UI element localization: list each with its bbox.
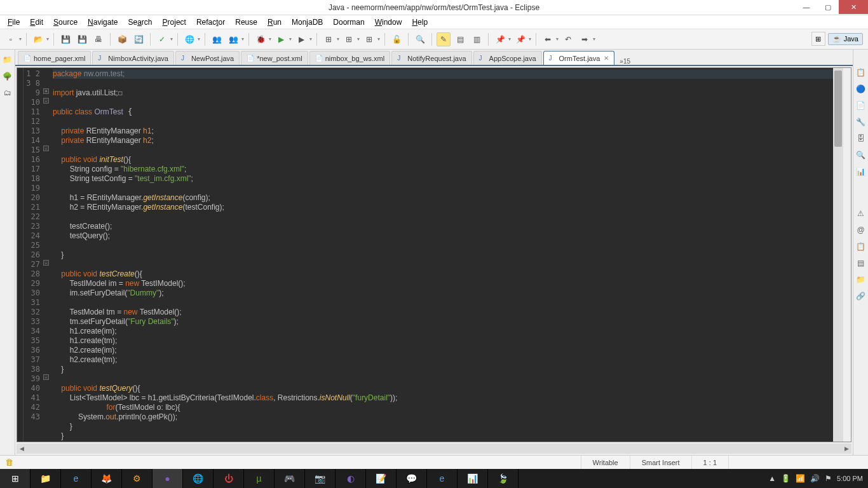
taskbar-explorer[interactable]: 📁 [31, 469, 61, 488]
nav-back-dd[interactable]: 📌 [513, 32, 527, 46]
task-list-icon[interactable]: 📋 [856, 67, 866, 78]
taskbar-app5[interactable]: ◐ [336, 469, 366, 488]
menu-file[interactable]: File [3, 17, 25, 28]
menu-run[interactable]: Run [262, 17, 287, 28]
close-tab-icon[interactable]: ✕ [604, 55, 609, 62]
taskbar-chrome[interactable]: 🌐 [183, 469, 214, 488]
close-button[interactable]: ✕ [839, 0, 868, 14]
search-button[interactable]: 🔍 [413, 32, 427, 46]
menu-search[interactable]: Search [123, 17, 157, 28]
debug-button[interactable]: 🐞 [254, 32, 268, 46]
menu-refactor[interactable]: Refactor [191, 17, 230, 28]
fold-icon[interactable]: - [43, 98, 49, 104]
tab-home-pager[interactable]: 📄home_pager.xml [18, 51, 91, 65]
fold-icon[interactable]: - [43, 374, 49, 380]
menu-help[interactable]: Help [407, 17, 433, 28]
taskbar-app6[interactable]: 📝 [366, 469, 397, 488]
fold-icon[interactable]: - [43, 146, 49, 151]
menu-reuse[interactable]: Reuse [230, 17, 262, 28]
toggle-mark-button[interactable]: ✎ [437, 32, 451, 46]
code-text[interactable]: package nw.orm.test; import java.util.Li… [50, 68, 833, 442]
open-perspective-button[interactable]: ⊞ [811, 32, 825, 46]
tray-battery-icon[interactable]: 🔋 [781, 474, 790, 483]
menu-navigate[interactable]: Navigate [83, 17, 123, 28]
refresh-button[interactable]: 🔄 [132, 32, 146, 46]
menu-edit[interactable]: Edit [25, 17, 48, 28]
taskbar-app7[interactable]: 💬 [397, 469, 427, 488]
console-icon[interactable]: ▤ [856, 258, 866, 268]
overview-ruler[interactable] [843, 68, 851, 442]
fold-icon[interactable]: - [43, 260, 49, 266]
block-select-button[interactable]: ▥ [470, 32, 484, 46]
tray-flag-icon[interactable]: ⚑ [825, 474, 832, 483]
tab-nimbox-bg[interactable]: 📄nimbox_bg_ws.xml [309, 51, 391, 65]
run-last-button[interactable]: ▶ [294, 32, 308, 46]
taskbar-ie[interactable]: e [61, 469, 92, 488]
menu-window[interactable]: Window [370, 17, 407, 28]
menu-doorman[interactable]: Doorman [328, 17, 369, 28]
show-whitespace-button[interactable]: ▤ [453, 32, 467, 46]
menu-project[interactable]: Project [158, 17, 191, 28]
javadoc-icon[interactable]: @ [856, 225, 866, 235]
taskbar-app9[interactable]: 📊 [458, 469, 488, 488]
view-icon-6[interactable]: 📁 [856, 274, 866, 285]
perspective-java[interactable]: ☕ Java [828, 33, 863, 45]
view-icon-5[interactable]: 📊 [856, 166, 866, 177]
new-interface-button[interactable]: ⊞ [362, 32, 376, 46]
taskbar-firefox[interactable]: 🦊 [92, 469, 122, 488]
maximize-button[interactable]: ▢ [817, 0, 839, 14]
view-icon-3[interactable]: 🗄 [856, 133, 866, 144]
horizontal-scrollbar[interactable]: ◀▶ [17, 444, 851, 454]
taskbar-app2[interactable]: ⏻ [214, 469, 244, 488]
nav-back-button[interactable]: ⬅ [541, 32, 555, 46]
tray-sound-icon[interactable]: 🔊 [810, 474, 820, 483]
taskbar-app3[interactable]: 🎮 [275, 469, 305, 488]
package-explorer-icon[interactable]: 📁 [3, 55, 13, 65]
tab-nimbox-activity[interactable]: JNimboxActivity.java [92, 51, 174, 65]
new-package-button[interactable]: ⊞ [322, 32, 336, 46]
tab-app-scope[interactable]: JAppScope.java [473, 51, 542, 65]
tabs-overflow[interactable]: »15 [616, 58, 634, 65]
open-button[interactable]: 📂 [31, 32, 45, 46]
tray-network-icon[interactable]: 📶 [796, 474, 805, 483]
pin-button[interactable]: 📌 [493, 32, 507, 46]
menu-source[interactable]: Source [48, 17, 83, 28]
declaration-icon[interactable]: 📋 [856, 241, 866, 252]
save-all-button[interactable]: 💾 [75, 32, 89, 46]
tab-orm-test[interactable]: JOrmTest.java✕ [543, 51, 615, 65]
view-icon-2[interactable]: 🔧 [856, 117, 866, 127]
outline-icon[interactable]: 🔵 [856, 84, 866, 94]
new-button[interactable]: ▫ [4, 32, 18, 46]
tab-notify-request[interactable]: JNotifyRequest.java [391, 51, 471, 65]
fold-icon[interactable]: + [43, 88, 49, 94]
last-edit-button[interactable]: ↶ [561, 32, 575, 46]
taskbar-app4[interactable]: 📷 [305, 469, 336, 488]
tool-btn-1[interactable]: 👥 [210, 32, 224, 46]
hierarchy-icon[interactable]: 🌳 [3, 71, 13, 81]
view-icon-7[interactable]: 🔗 [856, 291, 866, 301]
tray-clock[interactable]: 5:00 PM [837, 475, 863, 482]
vertical-scrollbar[interactable] [833, 68, 843, 442]
tab-newpost[interactable]: JNewPost.java [175, 51, 240, 65]
new-class-button[interactable]: ⊞ [342, 32, 356, 46]
taskbar-utorrent[interactable]: µ [244, 469, 275, 488]
toggle-breakpoint-button[interactable]: ✓ [155, 32, 169, 46]
system-tray[interactable]: ▲ 🔋 📶 🔊 ⚑ 5:00 PM [763, 474, 868, 483]
taskbar-eclipse[interactable]: ● [153, 469, 183, 488]
tool-btn-2[interactable]: 👥 [226, 32, 240, 46]
tab-new-post-xml[interactable]: 📄*new_post.xml [241, 51, 308, 65]
problems-icon[interactable]: ⚠ [856, 208, 866, 219]
code-editor[interactable]: 1 2 3 8 9 10 11 12 13 14 15 16 17 18 19 … [17, 67, 851, 442]
menu-monjadb[interactable]: MonjaDB [287, 17, 328, 28]
taskbar-app10[interactable]: 🍃 [488, 469, 519, 488]
run-button[interactable]: ▶ [274, 32, 288, 46]
open-type-button[interactable]: 🔓 [390, 32, 403, 46]
taskbar-app8[interactable]: e [427, 469, 458, 488]
new-java-button[interactable]: 🌐 [182, 32, 196, 46]
start-button[interactable]: ⊞ [0, 469, 31, 488]
save-button[interactable]: 💾 [58, 32, 72, 46]
view-icon-1[interactable]: 📄 [856, 100, 866, 111]
print-button[interactable]: 🖶 [92, 32, 105, 46]
gc-icon[interactable]: 🗑 [0, 458, 13, 467]
nav-fwd-button[interactable]: ➡ [578, 32, 592, 46]
